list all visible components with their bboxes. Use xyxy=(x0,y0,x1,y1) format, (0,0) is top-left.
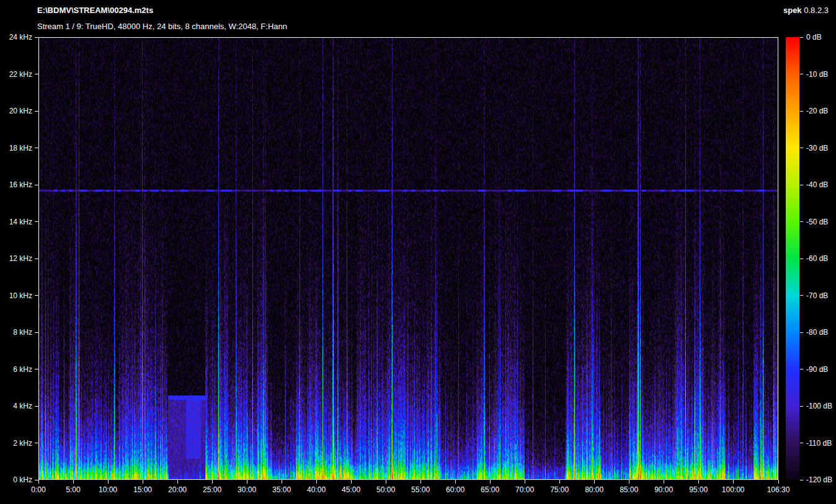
y-tick xyxy=(35,37,38,38)
db-tick-label: -120 dB xyxy=(806,476,832,484)
x-tick-label: 40:00 xyxy=(307,486,326,493)
stream-info: Stream 1 / 9: TrueHD, 48000 Hz, 24 bits,… xyxy=(37,22,287,31)
x-tick xyxy=(664,480,664,484)
y-tick xyxy=(35,295,38,296)
x-tick xyxy=(455,480,456,484)
db-tick-label: -70 dB xyxy=(806,292,828,299)
db-tick xyxy=(800,332,803,333)
x-tick-label: 25:00 xyxy=(203,486,221,493)
x-tick-label: 70:00 xyxy=(515,486,534,493)
x-tick-label: 75:00 xyxy=(550,486,569,493)
y-tick-label: 6 kHz xyxy=(0,366,32,373)
x-tick xyxy=(316,480,317,484)
x-tick-label: 90:00 xyxy=(654,486,673,493)
y-tick-label: 18 kHz xyxy=(0,144,32,152)
y-tick xyxy=(35,259,38,259)
db-tick-label: -80 dB xyxy=(806,329,828,336)
x-tick xyxy=(38,480,39,484)
x-tick-label: 85:00 xyxy=(620,486,638,493)
x-tick-label: 80:00 xyxy=(585,486,603,493)
db-tick xyxy=(800,111,803,112)
db-tick xyxy=(800,185,803,185)
x-tick xyxy=(698,480,699,484)
db-tick-label: -40 dB xyxy=(806,181,828,188)
db-tick xyxy=(800,148,803,148)
db-tick xyxy=(800,221,803,222)
x-tick xyxy=(108,480,109,484)
y-tick xyxy=(35,74,38,74)
x-tick xyxy=(525,480,525,484)
y-tick-label: 14 kHz xyxy=(0,218,32,226)
x-tick xyxy=(629,480,629,484)
x-tick xyxy=(143,480,143,484)
x-tick-label: 100:00 xyxy=(722,486,745,493)
db-tick xyxy=(800,443,803,443)
x-tick-label: 95:00 xyxy=(689,486,708,493)
y-tick-label: 4 kHz xyxy=(0,402,32,410)
y-tick-label: 2 kHz xyxy=(0,440,32,447)
app-brand: spek 0.8.2.3 xyxy=(783,6,829,15)
x-tick-label: 0:00 xyxy=(31,486,45,493)
app-name: spek xyxy=(783,6,802,15)
y-tick xyxy=(35,443,38,443)
db-tick-label: -60 dB xyxy=(806,255,828,262)
db-tick xyxy=(800,295,803,296)
x-tick xyxy=(559,480,560,484)
db-tick xyxy=(800,74,803,74)
db-tick-label: -100 dB xyxy=(806,402,832,410)
x-tick-label: 15:00 xyxy=(133,486,152,493)
x-tick xyxy=(351,480,352,484)
x-tick-label: 50:00 xyxy=(376,486,395,493)
x-tick xyxy=(177,480,178,484)
y-tick-label: 12 kHz xyxy=(0,255,32,262)
x-tick xyxy=(212,480,213,484)
x-tick-label: 30:00 xyxy=(238,486,256,493)
y-tick xyxy=(35,332,38,333)
db-tick-label: -50 dB xyxy=(806,218,828,226)
y-tick-label: 24 kHz xyxy=(0,33,32,41)
spek-window: { "app": {"name": "spek", "version": "0.… xyxy=(0,0,836,504)
x-tick xyxy=(73,480,74,484)
x-tick xyxy=(247,480,247,484)
x-tick-label: 45:00 xyxy=(342,486,360,493)
db-tick xyxy=(800,480,803,480)
x-tick-label: 60:00 xyxy=(446,486,465,493)
y-tick xyxy=(35,221,38,222)
x-tick-label: 20:00 xyxy=(168,486,187,493)
db-tick-label: -90 dB xyxy=(806,366,828,373)
x-tick-label: 5:00 xyxy=(66,486,80,493)
x-tick-label: 106:30 xyxy=(767,486,790,493)
db-tick xyxy=(800,406,803,407)
db-tick-label: -20 dB xyxy=(806,107,828,115)
y-tick-label: 20 kHz xyxy=(0,107,32,115)
x-tick xyxy=(733,480,734,484)
y-tick-label: 0 kHz xyxy=(0,476,32,484)
y-tick-label: 16 kHz xyxy=(0,181,32,188)
db-tick-label: 0 dB xyxy=(806,33,822,41)
x-tick xyxy=(490,480,491,484)
db-tick-label: -10 dB xyxy=(806,71,828,78)
spectrogram-canvas xyxy=(39,38,778,479)
db-color-scale xyxy=(786,37,799,480)
db-tick xyxy=(800,37,803,38)
y-tick xyxy=(35,369,38,369)
app-version: 0.8.2.3 xyxy=(804,6,829,15)
db-tick-label: -110 dB xyxy=(806,440,832,447)
y-tick xyxy=(35,111,38,112)
x-tick xyxy=(420,480,421,484)
y-tick xyxy=(35,148,38,148)
x-tick-label: 65:00 xyxy=(481,486,499,493)
x-tick-label: 55:00 xyxy=(411,486,430,493)
x-tick xyxy=(778,480,779,484)
x-tick xyxy=(594,480,595,484)
x-tick xyxy=(282,480,282,484)
y-tick-label: 22 kHz xyxy=(0,71,32,78)
y-tick-label: 8 kHz xyxy=(0,329,32,336)
x-tick xyxy=(386,480,386,484)
y-tick xyxy=(35,185,38,185)
file-path-title: E:\BDMV\STREAM\00294.m2ts xyxy=(37,6,153,15)
x-tick-label: 35:00 xyxy=(272,486,291,493)
db-tick-label: -30 dB xyxy=(806,144,828,152)
y-tick-label: 10 kHz xyxy=(0,292,32,299)
db-tick xyxy=(800,259,803,259)
